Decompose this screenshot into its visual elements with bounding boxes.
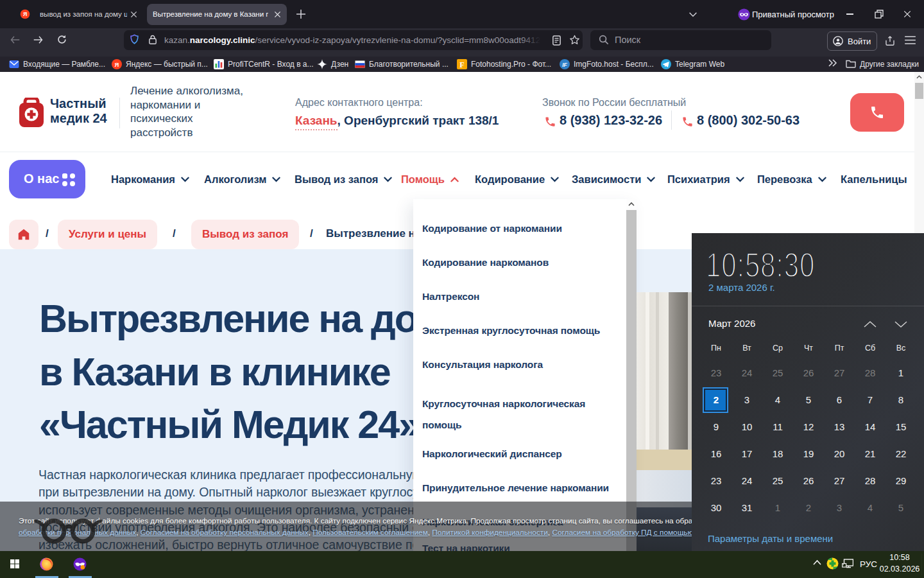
svg-text:10:58:30: 10:58:30 <box>706 245 815 284</box>
svg-text:IF: IF <box>562 62 567 68</box>
svg-text:Я: Я <box>23 11 27 17</box>
svg-text:F: F <box>459 60 464 69</box>
svg-text:Я: Я <box>115 61 119 68</box>
